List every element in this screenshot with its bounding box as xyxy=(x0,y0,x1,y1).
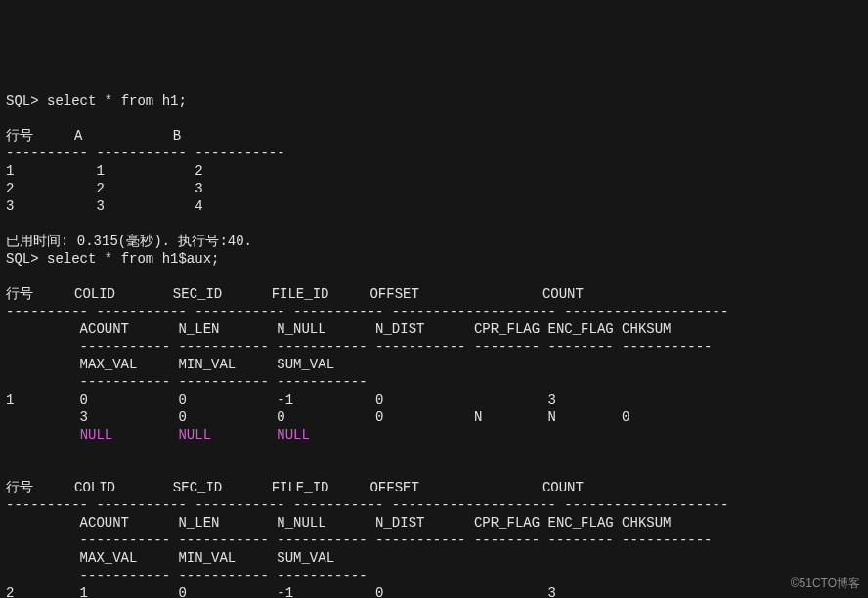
aux-sep-3: ----------- ----------- ----------- xyxy=(6,374,368,390)
q1-row: 3 3 4 xyxy=(6,198,203,214)
aux-row1-line2: 3 0 0 0 N N 0 xyxy=(6,409,630,425)
aux-sep-1: ---------- ----------- ----------- -----… xyxy=(6,304,728,320)
q1-row: 2 2 3 xyxy=(6,181,203,196)
aux-header-2: ACOUNT N_LEN N_NULL N_DIST CPR_FLAG ENC_… xyxy=(6,321,672,337)
null-value: NULL xyxy=(178,427,211,443)
aux-header-2: ACOUNT N_LEN N_NULL N_DIST CPR_FLAG ENC_… xyxy=(6,515,672,531)
q1-header: 行号 A B xyxy=(6,128,181,144)
timing-line: 已用时间: 0.315(毫秒). 执行号:40. xyxy=(6,234,252,249)
aux-header-1: 行号 COLID SEC_ID FILE_ID OFFSET COUNT xyxy=(6,286,584,302)
aux-row1-nulls: NULL NULL NULL xyxy=(6,427,310,443)
aux-sep-1: ---------- ----------- ----------- -----… xyxy=(6,497,728,513)
sql-query-1: select * from h1; xyxy=(47,93,187,108)
null-value: NULL xyxy=(277,427,310,443)
q1-row: 1 1 2 xyxy=(6,163,203,179)
watermark: ©51CTO博客 xyxy=(791,575,860,592)
null-value: NULL xyxy=(80,427,113,443)
aux-header-3: MAX_VAL MIN_VAL SUM_VAL xyxy=(6,550,334,566)
aux-header-3: MAX_VAL MIN_VAL SUM_VAL xyxy=(6,357,334,372)
aux-sep-2: ----------- ----------- ----------- ----… xyxy=(6,533,713,548)
sql-query-2: select * from h1$aux; xyxy=(47,251,219,267)
aux-row1-line1: 1 0 0 -1 0 3 xyxy=(6,392,556,407)
sql-prompt: SQL> xyxy=(6,93,47,108)
sql-prompt: SQL> xyxy=(6,251,47,267)
aux-sep-2: ----------- ----------- ----------- ----… xyxy=(6,339,713,355)
aux-row2-line1: 2 1 0 -1 0 3 xyxy=(6,585,556,598)
q1-separator: ---------- ----------- ----------- xyxy=(6,146,285,161)
terminal-output: SQL> select * from h1; 行号 A B ----------… xyxy=(6,74,862,598)
aux-sep-3: ----------- ----------- ----------- xyxy=(6,568,368,583)
aux-header-1: 行号 COLID SEC_ID FILE_ID OFFSET COUNT xyxy=(6,480,584,495)
